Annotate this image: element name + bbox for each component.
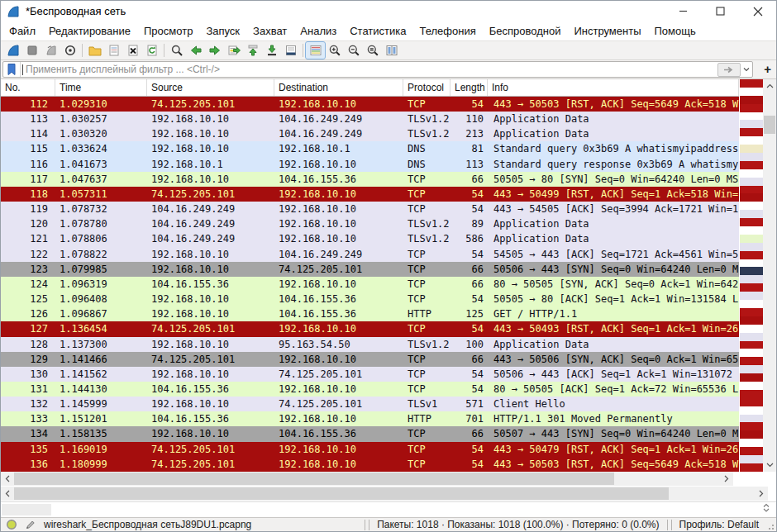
cell-protocol: TLSv1.2 (403, 126, 450, 141)
packet-row[interactable]: 1231.079985192.168.10.1074.125.205.101TC… (1, 262, 739, 277)
scroll-right-icon[interactable] (720, 472, 733, 486)
menu-item[interactable]: Анализ (293, 23, 343, 39)
packet-row[interactable]: 1271.13645474.125.205.101192.168.10.10TC… (1, 321, 739, 336)
packet-row[interactable]: 1361.18099974.125.205.101192.168.10.10TC… (1, 457, 739, 472)
close-button[interactable] (739, 1, 776, 21)
cell-info: GET / HTTP/1.1 (488, 306, 739, 321)
colorize-packets-icon[interactable] (306, 42, 325, 59)
cell-source: 192.168.10.10 (147, 262, 274, 277)
packet-row[interactable]: 1131.030257192.168.10.10104.16.249.249TL… (1, 112, 739, 126)
column-header[interactable]: Destination (274, 79, 403, 96)
packet-row[interactable]: 1191.078732104.16.249.249192.168.10.10TC… (1, 202, 739, 216)
packet-row[interactable]: 1301.141562192.168.10.1074.125.205.101TC… (1, 367, 739, 382)
scroll-left-icon[interactable] (1, 487, 14, 501)
cell-protocol: TLSv1.2 (403, 231, 450, 246)
menu-item[interactable]: Телефония (412, 23, 482, 39)
spinner-arrows-icon[interactable] (763, 503, 770, 513)
menu-item[interactable]: Редактирование (42, 23, 137, 39)
column-header[interactable]: No. (1, 79, 55, 96)
menu-item[interactable]: Инструменты (567, 23, 647, 39)
packet-row[interactable]: 1321.145999192.168.10.1074.125.205.101TL… (1, 397, 739, 411)
start-capture-icon[interactable] (3, 42, 22, 59)
zoom-in-icon[interactable] (325, 42, 344, 59)
vertical-scrollbar[interactable] (763, 79, 776, 472)
menu-item[interactable]: Статистика (343, 23, 412, 39)
packet-list-hscrollbar[interactable] (1, 472, 733, 486)
display-filter-input[interactable]: Применить дисплейный фильтр ... <Ctrl-/> (2, 61, 753, 78)
go-to-packet-icon[interactable] (224, 42, 243, 59)
cell-info: 443 → 50499 [RST, ACK] Seq=1 Ack=518 Win… (488, 187, 739, 202)
resize-columns-icon[interactable] (382, 42, 401, 59)
scroll-up-icon[interactable] (763, 79, 776, 93)
cell-info: Application Data (488, 216, 739, 231)
restart-capture-icon[interactable] (41, 42, 60, 59)
reload-file-icon[interactable] (142, 42, 161, 59)
packet-row[interactable]: 1291.14146674.125.205.101192.168.10.10TC… (1, 352, 739, 367)
zoom-out-icon[interactable] (344, 42, 363, 59)
scroll-left-icon[interactable] (1, 472, 14, 486)
save-file-icon[interactable] (104, 42, 123, 59)
packet-row[interactable]: 1261.096867192.168.10.10104.16.155.36HTT… (1, 306, 739, 321)
packet-row[interactable]: 1171.047637192.168.10.10104.16.155.36TCP… (1, 172, 739, 187)
packet-row[interactable]: 1151.033624192.168.10.10192.168.10.1DNS8… (1, 141, 739, 156)
cell-destination: 192.168.10.10 (274, 231, 403, 246)
packet-row[interactable]: 1241.096319104.16.155.36192.168.10.10TCP… (1, 277, 739, 292)
menu-item[interactable]: Запуск (199, 23, 246, 39)
packet-minimap[interactable] (740, 79, 763, 472)
zoom-reset-icon[interactable] (363, 42, 382, 59)
stop-capture-icon[interactable] (22, 42, 41, 59)
secondary-hscrollbar[interactable] (1, 487, 768, 501)
hscroll-thumb[interactable] (14, 473, 614, 485)
packet-row[interactable]: 1201.078780104.16.249.249192.168.10.10TL… (1, 216, 739, 231)
hscroll-thumb[interactable] (14, 487, 669, 500)
capture-options-icon[interactable] (60, 42, 79, 59)
find-packet-icon[interactable] (167, 42, 186, 59)
packet-row[interactable]: 1281.137300192.168.10.1095.163.54.50TLSv… (1, 337, 739, 352)
column-header[interactable]: Source (147, 79, 274, 96)
packet-row[interactable]: 1311.144130104.16.155.36192.168.10.10TCP… (1, 382, 739, 397)
add-filter-button[interactable]: + (764, 63, 771, 76)
column-header[interactable]: Info (488, 79, 739, 96)
menu-item[interactable]: Просмотр (137, 23, 199, 39)
vertical-scroll-thumb[interactable] (764, 116, 775, 134)
menu-item[interactable]: Файл (2, 23, 42, 39)
resize-grip[interactable] (766, 520, 775, 530)
go-forward-icon[interactable] (205, 42, 224, 59)
packet-row[interactable]: 1341.158135192.168.10.10104.16.155.36TCP… (1, 426, 739, 441)
menu-item[interactable]: Помощь (648, 23, 703, 39)
packet-row[interactable]: 1121.02931074.125.205.101192.168.10.10TC… (1, 97, 739, 112)
scroll-right-icon[interactable] (755, 487, 768, 501)
column-header[interactable]: Length (450, 79, 488, 96)
profile-label[interactable]: Профиль: Default (674, 519, 765, 530)
cell-length: 54 (450, 442, 488, 457)
packet-row[interactable]: 1141.030320192.168.10.10104.16.249.249TL… (1, 126, 739, 141)
go-last-icon[interactable] (262, 42, 281, 59)
packet-row[interactable]: 1351.16901974.125.205.101192.168.10.10TC… (1, 442, 739, 457)
expert-info-icon[interactable] (6, 519, 17, 530)
menu-item[interactable]: Беспроводной (483, 23, 568, 39)
packet-row[interactable]: 1221.078822192.168.10.10104.16.249.249TC… (1, 247, 739, 262)
cell-source: 104.16.155.36 (147, 411, 274, 426)
filter-dropdown-icon[interactable] (743, 67, 750, 72)
apply-filter-button[interactable] (717, 63, 741, 77)
go-back-icon[interactable] (186, 42, 205, 59)
filter-bookmark-icon[interactable] (3, 62, 21, 77)
packet-row[interactable]: 1331.151201104.16.155.36192.168.10.10HTT… (1, 411, 739, 426)
auto-scroll-icon[interactable] (281, 42, 300, 59)
packet-row[interactable]: 1161.041673192.168.10.1192.168.10.10DNS1… (1, 157, 739, 172)
packet-row[interactable]: 1251.096408192.168.10.10104.16.155.36TCP… (1, 292, 739, 306)
packet-row[interactable]: 1211.078806104.16.249.249192.168.10.10TL… (1, 231, 739, 246)
go-first-icon[interactable] (243, 42, 262, 59)
menu-item[interactable]: Захват (246, 23, 293, 39)
maximize-button[interactable] (702, 1, 739, 21)
minimize-button[interactable] (665, 1, 702, 21)
packet-row[interactable]: 1181.05731174.125.205.101192.168.10.10TC… (1, 187, 739, 202)
scroll-down-icon[interactable] (763, 458, 776, 472)
cell-info: 50505 → 80 [ACK] Seq=1 Ack=1 Win=131584 … (488, 292, 739, 306)
column-header[interactable]: Protocol (403, 79, 450, 96)
open-file-icon[interactable] (85, 42, 104, 59)
close-file-icon[interactable] (123, 42, 142, 59)
cell-no: 125 (1, 292, 55, 306)
column-header[interactable]: Time (55, 79, 147, 96)
capture-comment-icon[interactable] (25, 519, 36, 530)
